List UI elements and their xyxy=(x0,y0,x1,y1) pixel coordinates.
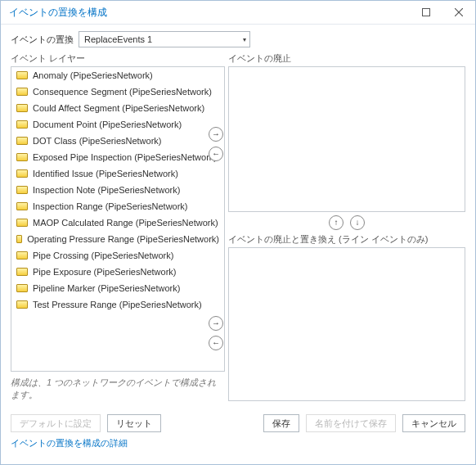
cancel-button[interactable]: キャンセル xyxy=(402,414,465,432)
list-item[interactable]: Operating Pressure Range (PipeSeriesNetw… xyxy=(11,231,224,247)
retire-list[interactable] xyxy=(228,66,465,212)
group-label-retire-replace: イベントの廃止と置き換え (ライン イベントのみ) xyxy=(228,233,465,246)
save-as-button: 名前を付けて保存 xyxy=(306,414,396,432)
replace-label: イベントの置換 xyxy=(11,34,74,46)
list-item[interactable]: Anomaly (PipeSeriesNetwork) xyxy=(11,67,224,84)
list-item[interactable]: Exposed Pipe Inspection (PipeSeriesNetwo… xyxy=(11,149,224,165)
list-item[interactable]: Could Affect Segment (PipeSeriesNetwork) xyxy=(11,100,224,116)
list-item-label: Could Affect Segment (PipeSeriesNetwork) xyxy=(33,103,204,113)
list-item[interactable]: DOT Class (PipeSeriesNetwork) xyxy=(11,133,224,149)
list-item-label: Inspection Note (PipeSeriesNetwork) xyxy=(33,185,180,195)
move-down-button[interactable]: ↓ xyxy=(350,215,365,230)
list-item[interactable]: Test Pressure Range (PipeSeriesNetwork) xyxy=(11,296,224,313)
chevron-down-icon: ▾ xyxy=(243,36,246,43)
svg-rect-0 xyxy=(423,9,430,16)
default-button: デフォルトに設定 xyxy=(11,414,101,432)
replace-dropdown[interactable]: ReplaceEvents 1 ▾ xyxy=(79,31,250,47)
list-item[interactable]: Inspection Range (PipeSeriesNetwork) xyxy=(11,198,224,214)
layer-icon xyxy=(16,235,22,243)
save-button[interactable]: 保存 xyxy=(263,414,299,432)
list-item[interactable]: Pipeline Marker (PipeSeriesNetwork) xyxy=(11,280,224,296)
list-item[interactable]: Consequence Segment (PipeSeriesNetwork) xyxy=(11,84,224,100)
title-bar: イベントの置換を構成 xyxy=(1,1,475,24)
layer-icon xyxy=(16,300,28,309)
move-left-bottom-button[interactable]: ← xyxy=(209,336,223,350)
layer-icon xyxy=(16,219,28,227)
list-item[interactable]: Identified Issue (PipeSeriesNetwork) xyxy=(11,165,224,182)
maximize-button[interactable] xyxy=(410,1,442,24)
group-label-layers: イベント レイヤー xyxy=(11,52,225,65)
list-item-label: Pipeline Marker (PipeSeriesNetwork) xyxy=(33,283,180,293)
list-item-label: Inspection Range (PipeSeriesNetwork) xyxy=(33,201,188,211)
layer-icon xyxy=(16,186,28,194)
help-link[interactable]: イベントの置換を構成の詳細 xyxy=(1,436,137,456)
layer-icon xyxy=(16,268,28,276)
list-item-label: Document Point (PipeSeriesNetwork) xyxy=(33,120,182,129)
move-left-top-button[interactable]: ← xyxy=(209,147,223,161)
event-layers-list[interactable]: Anomaly (PipeSeriesNetwork)Consequence S… xyxy=(11,66,225,372)
list-item-label: DOT Class (PipeSeriesNetwork) xyxy=(33,136,162,146)
list-item-label: Test Pressure Range (PipeSeriesNetwork) xyxy=(33,300,202,309)
layer-icon xyxy=(16,202,28,210)
config-note: 構成は、1 つのネットワークのイベントで構成されます。 xyxy=(11,377,225,401)
group-label-retire: イベントの廃止 xyxy=(228,52,465,65)
layer-icon xyxy=(16,104,28,112)
list-item-label: Exposed Pipe Inspection (PipeSeriesNetwo… xyxy=(33,152,217,162)
list-item-label: Operating Pressure Range (PipeSeriesNetw… xyxy=(27,234,219,244)
retire-replace-list[interactable] xyxy=(228,247,465,401)
window-title: イベントの置換を構成 xyxy=(9,6,107,20)
list-item[interactable]: Document Point (PipeSeriesNetwork) xyxy=(11,116,224,133)
list-item[interactable]: Inspection Note (PipeSeriesNetwork) xyxy=(11,182,224,198)
list-item-label: Pipe Exposure (PipeSeriesNetwork) xyxy=(33,267,176,277)
layer-icon xyxy=(16,71,28,79)
move-right-top-button[interactable]: → xyxy=(209,127,223,142)
layer-icon xyxy=(16,137,28,145)
move-up-button[interactable]: ↑ xyxy=(329,215,344,230)
list-item-label: MAOP Calculated Range (PipeSeriesNetwork… xyxy=(33,218,218,228)
reset-button[interactable]: リセット xyxy=(107,414,161,432)
move-right-bottom-button[interactable]: → xyxy=(209,316,223,331)
list-item-label: Consequence Segment (PipeSeriesNetwork) xyxy=(33,87,212,97)
list-item-label: Identified Issue (PipeSeriesNetwork) xyxy=(33,169,178,178)
layer-icon xyxy=(16,153,28,161)
layer-icon xyxy=(16,120,28,129)
list-item-label: Anomaly (PipeSeriesNetwork) xyxy=(33,70,153,80)
layer-icon xyxy=(16,88,28,96)
replace-value: ReplaceEvents 1 xyxy=(84,34,152,44)
close-button[interactable] xyxy=(442,1,475,24)
list-item[interactable]: Pipe Exposure (PipeSeriesNetwork) xyxy=(11,264,224,280)
list-item-label: Pipe Crossing (PipeSeriesNetwork) xyxy=(33,251,173,260)
layer-icon xyxy=(16,284,28,292)
layer-icon xyxy=(16,169,28,178)
list-item[interactable]: MAOP Calculated Range (PipeSeriesNetwork… xyxy=(11,214,224,231)
layer-icon xyxy=(16,251,28,260)
list-item[interactable]: Pipe Crossing (PipeSeriesNetwork) xyxy=(11,247,224,264)
